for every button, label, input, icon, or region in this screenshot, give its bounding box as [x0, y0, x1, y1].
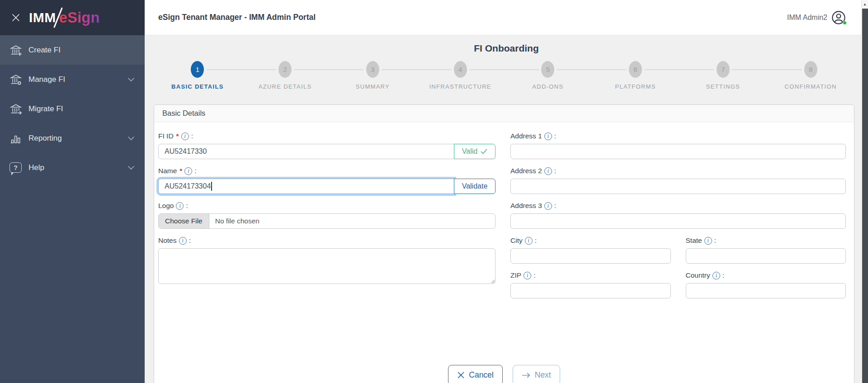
sidebar-item-label: Help — [28, 163, 44, 172]
sidebar-logo-bar: IMM eSign — [0, 0, 145, 35]
info-icon[interactable]: i — [176, 202, 184, 210]
step-circle: 4 — [454, 61, 467, 78]
logo-imm-text: IMM — [29, 10, 56, 25]
address3-input[interactable] — [510, 213, 846, 229]
address1-label: Address 1 — [510, 132, 542, 140]
step-circle: 5 — [541, 61, 554, 78]
city-input[interactable] — [510, 248, 671, 264]
info-icon[interactable]: i — [179, 237, 187, 245]
cancel-button[interactable]: Cancel — [448, 365, 502, 383]
sidebar-item-help[interactable]: ? Help — [0, 153, 145, 182]
validate-button[interactable]: Validate — [454, 179, 495, 194]
step-circle: 8 — [804, 61, 817, 78]
sidebar-item-create-fi[interactable]: Create FI — [0, 35, 145, 65]
file-status-text: No file chosen — [209, 214, 259, 228]
step-label: SUMMARY — [356, 83, 390, 90]
choose-file-button[interactable]: Choose File — [159, 214, 209, 228]
step-add-ons[interactable]: 5 ADD-ONS — [504, 61, 592, 90]
address2-input[interactable] — [510, 179, 846, 194]
zip-label: ZIP — [510, 271, 521, 279]
label-colon: : — [189, 236, 191, 245]
country-input[interactable] — [686, 283, 846, 298]
info-icon[interactable]: i — [525, 237, 533, 245]
wizard-stepper: 1 BASIC DETAILS 2 AZURE DETAILS 3 SUMMAR… — [154, 61, 854, 90]
info-icon[interactable]: i — [181, 132, 189, 140]
info-icon[interactable]: i — [712, 272, 720, 279]
step-azure-details[interactable]: 2 AZURE DETAILS — [241, 61, 329, 90]
vertical-scrollbar[interactable]: ▲ — [861, 0, 868, 383]
chevron-down-icon — [127, 163, 135, 172]
zip-input[interactable] — [510, 283, 671, 298]
sidebar-item-reporting[interactable]: Reporting — [0, 123, 145, 153]
scrollbar-thumb[interactable] — [862, 9, 868, 383]
notes-textarea[interactable] — [158, 248, 495, 284]
info-icon[interactable]: i — [704, 237, 712, 245]
close-icon[interactable] — [8, 10, 24, 25]
main-content: FI Onboarding 1 BASIC DETAILS 2 AZURE DE… — [145, 35, 868, 383]
sidebar-item-migrate-fi[interactable]: Migrate FI — [0, 94, 145, 123]
sidebar-item-label: Reporting — [28, 134, 62, 143]
logo-file-input[interactable]: Choose File No file chosen — [158, 213, 495, 229]
info-icon[interactable]: i — [184, 167, 192, 175]
user-area[interactable]: IMM Admin2 — [787, 10, 846, 25]
city-label: City — [510, 236, 523, 245]
label-colon: : — [722, 271, 724, 279]
logo-esign-text: eSign — [59, 9, 100, 26]
address1-input[interactable] — [510, 144, 846, 159]
label-colon: : — [554, 167, 556, 175]
logo-field-group: Logo i : Choose File No file chosen — [158, 202, 495, 229]
step-circle: 6 — [629, 61, 642, 78]
step-infrastructure[interactable]: 4 INFRASTRUCTURE — [416, 61, 504, 90]
next-button[interactable]: Next — [513, 365, 560, 383]
info-icon[interactable]: i — [544, 167, 552, 175]
required-mark: * — [176, 132, 179, 140]
label-colon: : — [191, 132, 193, 140]
info-icon[interactable]: i — [544, 132, 552, 140]
basic-details-card: Basic Details FI ID* i : AU52417330 — [154, 104, 854, 383]
step-label: BASIC DETAILS — [171, 83, 224, 90]
step-settings[interactable]: 7 SETTINGS — [679, 61, 767, 90]
step-summary[interactable]: 3 SUMMARY — [329, 61, 417, 90]
name-input[interactable]: AU524173304 — [158, 179, 454, 194]
zip-field-group: ZIP i : — [510, 271, 671, 298]
step-platforms[interactable]: 6 PLATFORMS — [592, 61, 679, 90]
bank-plus-icon — [9, 44, 28, 57]
address1-field-group: Address 1 i : — [510, 132, 846, 159]
step-confirmation[interactable]: 8 CONFIRMATION — [767, 61, 854, 90]
sidebar-item-label: Migrate FI — [28, 104, 63, 113]
sidebar-item-manage-fi[interactable]: Manage FI — [0, 65, 145, 94]
fi-id-input[interactable]: AU52417330 — [158, 144, 454, 159]
avatar[interactable] — [831, 10, 846, 25]
step-basic-details[interactable]: 1 BASIC DETAILS — [154, 61, 241, 90]
label-colon: : — [554, 132, 556, 140]
scrollbar-up-arrow[interactable]: ▲ — [862, 0, 868, 8]
close-icon — [457, 371, 465, 379]
step-circle: 1 — [191, 61, 204, 78]
sidebar-item-label: Manage FI — [28, 75, 65, 84]
app-logo: IMM eSign — [29, 7, 100, 28]
state-input[interactable] — [686, 248, 846, 264]
online-status-dot — [843, 21, 847, 25]
step-label: CONFIRMATION — [785, 83, 837, 90]
step-label: SETTINGS — [706, 83, 740, 90]
user-name: IMM Admin2 — [787, 14, 827, 22]
label-colon: : — [194, 167, 196, 175]
notes-label: Notes — [158, 236, 177, 245]
info-icon[interactable]: i — [524, 272, 531, 279]
form-actions: Cancel Next — [154, 365, 854, 383]
label-colon: : — [186, 202, 188, 210]
address3-label: Address 3 — [510, 202, 542, 210]
state-field-group: State i : — [686, 236, 846, 264]
onboarding-title: FI Onboarding — [145, 43, 868, 54]
valid-badge-button[interactable]: Valid — [454, 144, 495, 159]
notes-field-group: Notes i : — [158, 236, 495, 286]
arrow-right-icon — [522, 372, 531, 378]
country-label: Country — [686, 271, 710, 279]
info-icon[interactable]: i — [544, 202, 552, 210]
step-label: INFRASTRUCTURE — [429, 83, 491, 90]
card-section-title: Basic Details — [154, 105, 854, 122]
form-left-column: FI ID* i : AU52417330 Valid — [158, 132, 495, 306]
state-label: State — [686, 236, 702, 245]
check-icon — [481, 149, 487, 154]
name-field-group: Name* i : AU524173304 Validate — [158, 167, 495, 194]
